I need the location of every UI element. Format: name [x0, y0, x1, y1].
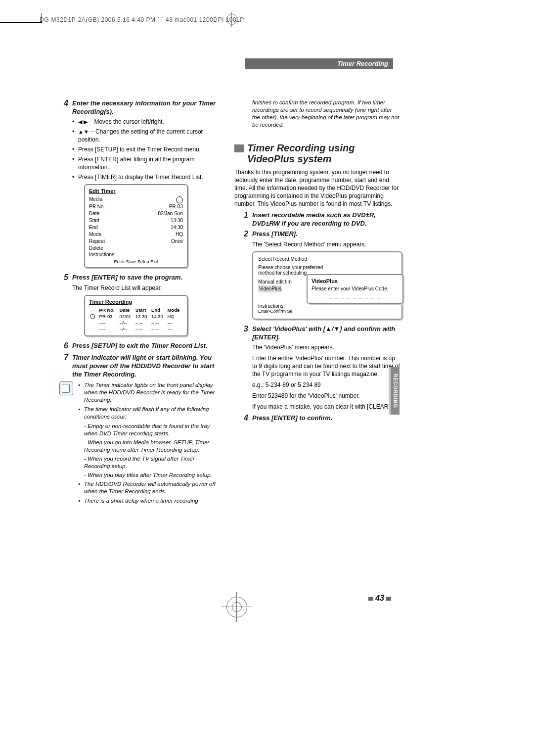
th: Mode — [166, 307, 183, 313]
page-marker-icon — [386, 597, 391, 601]
step-title: Insert recordable media such as DVD±R, D… — [252, 211, 400, 228]
value: PR-03 — [169, 203, 183, 210]
bullet: Press [SETUP] to exit the Timer Record m… — [72, 145, 221, 153]
value: 14:30 — [171, 224, 183, 231]
step-title: Press [ENTER] to confirm. — [252, 414, 333, 423]
cell: --:-- — [150, 320, 166, 326]
popup-body: Please enter your VideoPlus Code. — [312, 286, 399, 291]
vp-step-1: 1 Insert recordable media such as DVD±R,… — [234, 211, 400, 228]
step-title: Timer indicator will light or start blin… — [72, 353, 221, 378]
bullet: Press [TIMER] to display the Timer Recor… — [72, 173, 221, 181]
step-number: 7 — [54, 353, 72, 378]
note-icon — [59, 381, 73, 395]
note-sub: - When you record the TV signal after Ti… — [84, 455, 221, 470]
value: HQ — [176, 231, 183, 238]
cell: 02/01 — [118, 313, 134, 320]
option-selected: VideoPlus — [258, 285, 282, 292]
up-down-arrows-icon: ▲▼ — [78, 128, 89, 136]
crop-mark-tl — [0, 22, 42, 33]
step-number: 3 — [234, 325, 252, 341]
label: End — [89, 224, 98, 231]
page-number-value: 43 — [375, 594, 384, 602]
cell: PR-03 — [98, 313, 119, 320]
registration-mark-top — [226, 14, 237, 25]
step-title: Press [SETUP] to exit the Timer Record L… — [72, 341, 208, 350]
disc-icon — [176, 196, 183, 203]
cell: --- — [166, 326, 183, 332]
table-row: ---- --/-- --:-- --:-- --- — [89, 320, 183, 326]
step-title: Press [TIMER]. — [252, 230, 298, 238]
step-7: 7 Timer indicator will light or start bl… — [54, 353, 221, 378]
vp-step-2: 2 Press [TIMER]. — [234, 230, 400, 238]
panel-title: Select Record Method — [258, 256, 397, 262]
step-number: 1 — [234, 211, 252, 228]
popup-title: VideoPlus — [312, 278, 399, 284]
bullet: ◀ ▶ – Moves the cursor left/right. — [72, 118, 221, 126]
body-text: Enter 523489 for the 'VideoPlus' number. — [252, 392, 400, 400]
note-sub: - When you go into Media browser, SETUP,… — [84, 439, 221, 454]
th: Date — [118, 307, 134, 313]
body-text: e.g.: 5-234-89 or 5 234 89 — [252, 381, 400, 389]
body-text: The 'VideoPlus' menu appears. — [252, 343, 400, 351]
th: Start — [134, 307, 150, 313]
timer-recording-panel: Timer Recording PR No. Date Start End Mo… — [84, 295, 188, 336]
panel-title: Edit Timer — [89, 188, 183, 194]
step-number: 5 — [54, 273, 72, 282]
cell: --:-- — [134, 320, 150, 326]
body-text: Enter the entire 'VideoPlus' number. Thi… — [252, 354, 400, 378]
edit-timer-panel: Edit Timer Media PR No.PR-03 Date02/Jan … — [84, 184, 188, 268]
registration-mark-bottom — [226, 597, 247, 617]
heading-2: Timer Recording using VideoPlus system — [234, 142, 400, 164]
step-title: Press [ENTER] to save the program. — [72, 273, 182, 282]
cell: --/-- — [118, 320, 134, 326]
note-bullets: The Timer indicator lights on the front … — [78, 381, 221, 421]
vp-step-3: 3 Select 'VideoPlus' with [▲/▼] and conf… — [234, 325, 400, 341]
label: Mode — [89, 231, 101, 238]
th: PR No. — [98, 307, 119, 313]
panel-title: Timer Recording — [89, 299, 183, 305]
label: Start — [89, 217, 99, 224]
instructions: Enter-Confirm Se — [258, 309, 397, 314]
rule — [245, 69, 393, 69]
note: The HDD/DVD Recorder will automatically … — [78, 480, 221, 495]
cell: ---- — [98, 326, 119, 332]
instructions-label: Instructions: — [89, 252, 183, 257]
body-text: If you make a mistake, you can clear it … — [252, 403, 400, 411]
instructions-label: Instructions: — [258, 303, 397, 309]
page-number: 43 — [366, 594, 393, 603]
manual-page: DG-M32D1P-2A(GB) 2006.5.16 4:40 PM ˇ ` 4… — [0, 0, 534, 756]
bullet: ▲▼ – Changes the setting of the current … — [72, 128, 221, 143]
table-row: ---- --/-- --:-- --:-- --- — [89, 326, 183, 332]
cell: --:-- — [150, 326, 166, 332]
step-title: Enter the necessary information for your… — [72, 99, 221, 116]
note: The timer indicator will flash if any of… — [78, 406, 221, 421]
body-text: The Timer Record List will appear. — [72, 284, 221, 292]
instructions: Enter-Save Setup-Exit — [89, 259, 183, 264]
note: There is a short delay when a timer reco… — [78, 497, 221, 505]
continuation-note: finishes to confirm the recorded program… — [252, 99, 400, 129]
cell: 14:30 — [150, 313, 166, 320]
step-number: 4 — [234, 414, 252, 423]
cell: --- — [166, 320, 183, 326]
bullet-text: – Changes the setting of the current cur… — [78, 128, 203, 143]
section-header: Timer Recording — [245, 58, 393, 69]
intro-text: Thanks to this programming system, you n… — [234, 168, 400, 208]
left-column: 4 Enter the necessary information for yo… — [54, 99, 221, 507]
bullet: Press [ENTER] after filling in all the p… — [72, 155, 221, 171]
step-number: 4 — [54, 99, 72, 116]
body-text: The 'Select Record Method' menu appears. — [252, 240, 400, 248]
step-4: 4 Enter the necessary information for yo… — [54, 99, 221, 116]
timer-table: PR No. Date Start End Mode PR-03 02/01 1… — [89, 307, 183, 332]
heading-text: Timer Recording using VideoPlus system — [247, 142, 400, 164]
code-entry-field: _ _ _ _ _ _ _ _ _ — [312, 293, 399, 298]
cell: 13:30 — [134, 313, 150, 320]
section-tab-recording: RECORDING — [391, 367, 400, 415]
value: 02/Jan Sun — [158, 210, 183, 217]
note-bullets: The HDD/DVD Recorder will automatically … — [78, 480, 221, 505]
step-5: 5 Press [ENTER] to save the program. — [54, 273, 221, 282]
step-number: 2 — [234, 230, 252, 238]
label: Date — [89, 210, 99, 217]
value: 13:30 — [171, 217, 183, 224]
label: Repeat — [89, 238, 105, 245]
disc-icon — [90, 314, 95, 319]
